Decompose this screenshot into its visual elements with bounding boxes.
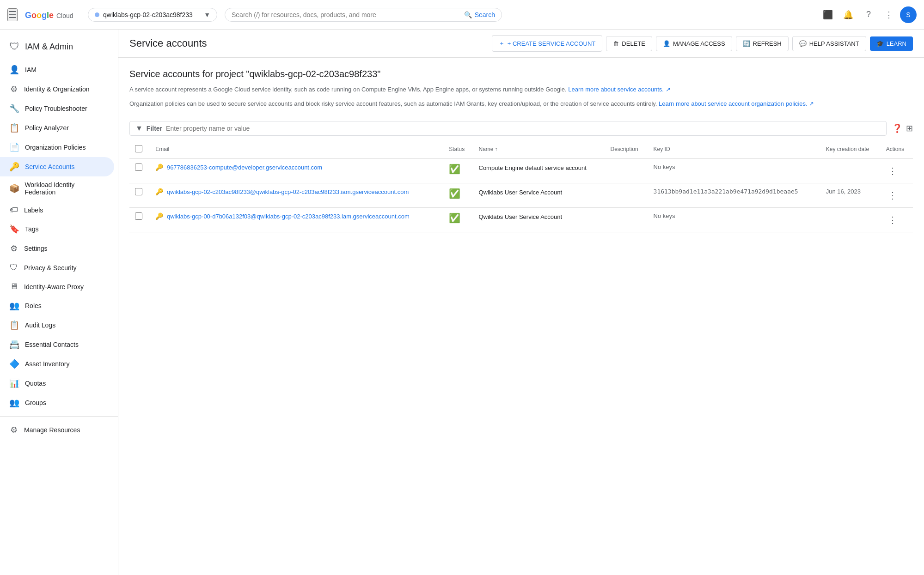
notifications-button[interactable]: 🔔 xyxy=(839,6,857,24)
learn-button[interactable]: 🎓 LEARN xyxy=(870,36,913,51)
workload-identity-icon: 📦 xyxy=(9,183,19,194)
row1-more-button[interactable]: ⋮ xyxy=(886,163,899,178)
service-accounts-table: Email Status Name ↑ Description Key ID K… xyxy=(129,140,913,232)
sidebar-label-manage-resources: Manage Resources xyxy=(24,426,80,434)
row2-sa-icon: 🔑 xyxy=(155,188,163,195)
more-options-button[interactable]: ⋮ xyxy=(880,6,898,24)
row3-name-cell: Qwiklabs User Service Account xyxy=(473,207,605,232)
svg-text:Google: Google xyxy=(25,11,54,20)
sidebar-label-audit-logs: Audit Logs xyxy=(25,321,55,329)
search-bar-container: 🔍 Search xyxy=(225,8,502,22)
sidebar-item-audit-logs[interactable]: 📋 Audit Logs xyxy=(0,315,114,335)
row2-status-cell: ✅ xyxy=(443,183,473,207)
status-header[interactable]: Status xyxy=(443,140,473,159)
dropdown-chevron: ▼ xyxy=(204,11,210,18)
row2-name-cell: Qwiklabs User Service Account xyxy=(473,183,605,207)
key-creation-date-header[interactable]: Key creation date xyxy=(820,140,881,159)
row2-email-link[interactable]: qwiklabs-gcp-02-c203ac98f233@qwiklabs-gc… xyxy=(167,188,409,195)
row2-email-cell: 🔑 qwiklabs-gcp-02-c203ac98f233@qwiklabs-… xyxy=(150,183,443,207)
manage-resources-icon: ⚙ xyxy=(9,425,18,435)
sidebar-item-iam[interactable]: 👤 IAM xyxy=(0,60,114,79)
row3-description-cell xyxy=(605,207,648,232)
sidebar-item-labels[interactable]: 🏷 Labels xyxy=(0,200,114,219)
sidebar-item-identity-org[interactable]: ⚙ Identity & Organization xyxy=(0,79,114,99)
delete-button[interactable]: 🗑 DELETE xyxy=(606,36,652,51)
sidebar-item-manage-resources[interactable]: ⚙ Manage Resources xyxy=(0,420,114,440)
sidebar-label-settings: Settings xyxy=(24,245,48,252)
manage-access-button[interactable]: 👤 MANAGE ACCESS xyxy=(656,36,732,51)
learn-more-service-accounts-link[interactable]: Learn more about service accounts. ↗ xyxy=(568,86,670,93)
select-all-checkbox[interactable] xyxy=(135,145,142,152)
settings-icon: ⚙ xyxy=(9,243,18,254)
row2-more-button[interactable]: ⋮ xyxy=(886,188,899,203)
avatar[interactable]: S xyxy=(900,6,917,23)
sidebar-item-quotas[interactable]: 📊 Quotas xyxy=(0,374,114,393)
row3-more-button[interactable]: ⋮ xyxy=(886,212,899,227)
key-id-header[interactable]: Key ID xyxy=(648,140,820,159)
sidebar-item-settings[interactable]: ⚙ Settings xyxy=(0,239,114,258)
sidebar-item-tags[interactable]: 🔖 Tags xyxy=(0,219,114,239)
row2-checkbox[interactable] xyxy=(135,188,142,195)
filter-label: Filter xyxy=(147,125,162,132)
sidebar-label-groups: Groups xyxy=(25,399,46,406)
row3-key-date-cell xyxy=(820,207,881,232)
sidebar-item-identity-aware-proxy[interactable]: 🖥 Identity-Aware Proxy xyxy=(0,277,114,296)
help-table-button[interactable]: ❓ xyxy=(892,123,902,133)
description-2: Organization policies can be used to sec… xyxy=(129,99,913,109)
row2-status-icon: ✅ xyxy=(449,188,460,199)
row3-email-link[interactable]: qwiklabs-gcp-00-d7b06a132f03@qwiklabs-gc… xyxy=(167,213,410,220)
sidebar-label-service-accounts: Service Accounts xyxy=(25,163,74,170)
help-button[interactable]: ? xyxy=(859,6,878,24)
row1-checkbox[interactable] xyxy=(135,163,142,171)
sidebar-label-iam: IAM xyxy=(25,66,37,73)
table-body: 🔑 967786836253-compute@developer.gservic… xyxy=(129,158,913,232)
row1-actions-cell: ⋮ xyxy=(881,158,913,183)
terminal-icon: ⬛ xyxy=(823,10,833,20)
sidebar-label-workload-identity: Workload Identity Federation xyxy=(24,181,105,196)
search-input[interactable] xyxy=(232,11,464,18)
filter-bar: ▼ Filter xyxy=(129,121,887,136)
filter-input[interactable] xyxy=(166,125,881,132)
sidebar-item-org-policies[interactable]: 📄 Organization Policies xyxy=(0,138,114,157)
sidebar-bottom: ⚙ Manage Resources xyxy=(0,416,118,443)
sidebar-item-workload-identity[interactable]: 📦 Workload Identity Federation xyxy=(0,176,114,200)
row3-checkbox[interactable] xyxy=(135,212,142,220)
learn-more-org-policies-link[interactable]: Learn more about service account organiz… xyxy=(659,100,814,107)
row2-key-id-cell: 31613bb9ad1e11a3a221ab9e471a92d9d1beaae5 xyxy=(648,183,820,207)
sidebar-nav: 👤 IAM ⚙ Identity & Organization 🔧 Policy… xyxy=(0,60,118,412)
help-assistant-icon: 💬 xyxy=(799,40,807,47)
logo-svg: Google Cloud xyxy=(25,9,80,20)
terminal-icon-button[interactable]: ⬛ xyxy=(819,6,837,24)
row1-checkbox-cell xyxy=(129,158,150,183)
sidebar-item-essential-contacts[interactable]: 📇 Essential Contacts xyxy=(0,335,114,354)
row2-description-cell xyxy=(605,183,648,207)
sidebar-item-service-accounts[interactable]: 🔑 Service Accounts xyxy=(0,157,114,176)
sidebar-label-policy-troubleshooter: Policy Troubleshooter xyxy=(25,105,87,112)
sidebar-item-policy-troubleshooter[interactable]: 🔧 Policy Troubleshooter xyxy=(0,99,114,118)
sidebar-item-asset-inventory[interactable]: 🔷 Asset Inventory xyxy=(0,354,114,374)
description-header[interactable]: Description xyxy=(605,140,648,159)
row1-status-cell: ✅ xyxy=(443,158,473,183)
sidebar-item-roles[interactable]: 👥 Roles xyxy=(0,296,114,315)
email-header[interactable]: Email xyxy=(150,140,443,159)
refresh-button[interactable]: 🔄 REFRESH xyxy=(736,36,789,51)
sidebar-item-groups[interactable]: 👥 Groups xyxy=(0,393,114,412)
project-selector[interactable]: qwiklabs-gcp-02-c203ac98f233 ▼ xyxy=(88,8,217,22)
search-button[interactable]: 🔍 Search xyxy=(464,11,495,18)
svg-text:Cloud: Cloud xyxy=(56,12,73,19)
name-header[interactable]: Name ↑ xyxy=(473,140,605,159)
help-assistant-button[interactable]: 💬 HELP ASSISTANT xyxy=(792,36,866,51)
row3-status-icon: ✅ xyxy=(449,213,460,223)
create-service-account-button[interactable]: ＋ + CREATE SERVICE ACCOUNT xyxy=(492,35,603,52)
sidebar-item-policy-analyzer[interactable]: 📋 Policy Analyzer xyxy=(0,118,114,138)
sidebar-item-privacy-security[interactable]: 🛡 Privacy & Security xyxy=(0,258,114,277)
table-row: 🔑 qwiklabs-gcp-00-d7b06a132f03@qwiklabs-… xyxy=(129,207,913,232)
filter-icon: ▼ xyxy=(135,124,143,133)
row1-email-link[interactable]: 967786836253-compute@developer.gservicea… xyxy=(167,164,322,171)
select-all-header xyxy=(129,140,150,159)
table-row: 🔑 qwiklabs-gcp-02-c203ac98f233@qwiklabs-… xyxy=(129,183,913,207)
columns-icon: ⊞ xyxy=(906,124,913,133)
row2-key-date-cell: Jun 16, 2023 xyxy=(820,183,881,207)
column-visibility-button[interactable]: ⊞ xyxy=(906,123,913,133)
hamburger-button[interactable]: ☰ xyxy=(7,8,18,21)
